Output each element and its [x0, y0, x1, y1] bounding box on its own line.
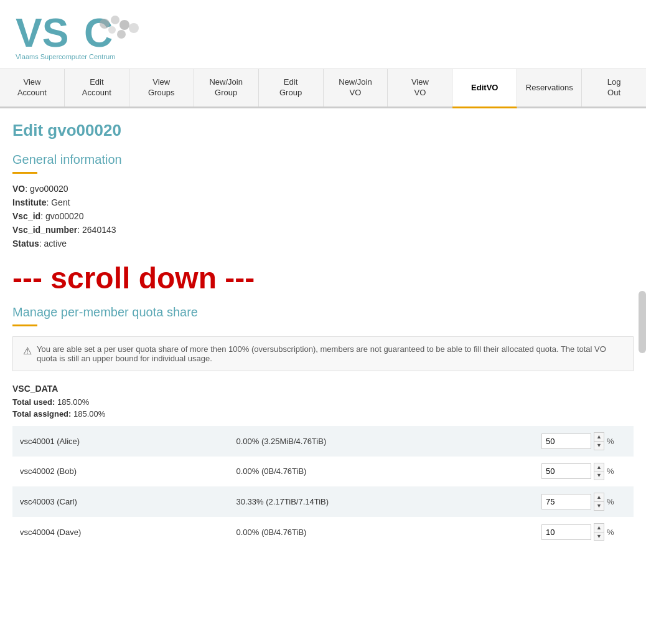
vsc-id-label: Vsc_id	[12, 211, 40, 221]
svg-point-2	[100, 19, 110, 29]
general-info-table: VO: gvo00020 Institute: Gent Vsc_id: gvo…	[12, 184, 634, 249]
percent-label: %	[607, 497, 614, 506]
total-used-label: Total used:	[12, 397, 55, 407]
quota-input-vsc40002[interactable]	[541, 463, 591, 479]
percent-label: %	[607, 466, 614, 476]
quota-row: vsc40003 (Carl) 30.33% (2.17TiB/7.14TiB)…	[12, 486, 634, 517]
svg-point-4	[119, 20, 129, 30]
percent-label: %	[607, 437, 614, 446]
nav-edit-group[interactable]: EditGroup	[259, 69, 324, 107]
quota-row: vsc40004 (Dave) 0.00% (0B/4.76TiB) ▲ ▼ %	[12, 517, 634, 547]
vo-value: gvo00020	[30, 184, 68, 194]
nav-log-out[interactable]: LogOut	[582, 69, 646, 107]
quota-row: vsc40001 (Alice) 0.00% (3.25MiB/4.76TiB)…	[12, 426, 634, 457]
total-assigned: Total assigned: 185.00%	[12, 409, 634, 419]
spinner-up[interactable]: ▲	[594, 493, 604, 502]
section-underline	[12, 172, 37, 174]
member-usage: 30.33% (2.17TiB/7.14TiB)	[228, 486, 534, 517]
status-value: active	[44, 239, 67, 249]
vsc-logo: VS C Vlaams Supercomputer Centrum	[12, 6, 149, 62]
total-used: Total used: 185.00%	[12, 397, 634, 407]
vsc-id-number-label: Vsc_id_number	[12, 225, 77, 235]
nav-edit-account[interactable]: EditAccount	[65, 69, 129, 107]
scroll-indicator: --- scroll down ---	[12, 261, 634, 295]
vsc-id-field: Vsc_id: gvo00020	[12, 211, 634, 221]
svg-text:C: C	[84, 11, 113, 55]
spinner-down[interactable]: ▼	[594, 502, 604, 510]
general-info-heading: General information	[12, 153, 634, 167]
vo-field: VO: gvo00020	[12, 184, 634, 194]
svg-text:Vlaams Supercomputer Centrum: Vlaams Supercomputer Centrum	[16, 53, 115, 60]
warning-icon: ⚠	[23, 345, 32, 357]
member-usage: 0.00% (0B/4.76TiB)	[228, 517, 534, 547]
page-content: Edit gvo00020 General information VO: gv…	[0, 108, 646, 559]
header: VS C Vlaams Supercomputer Centrum	[0, 0, 646, 69]
svg-point-5	[108, 26, 116, 34]
quota-input-cell: ▲ ▼ %	[534, 457, 634, 487]
quota-input-cell: ▲ ▼ %	[534, 486, 634, 517]
spinner-down[interactable]: ▼	[594, 471, 604, 480]
quota-input-vsc40004[interactable]	[541, 524, 591, 540]
spinner-down[interactable]: ▼	[594, 442, 604, 450]
percent-label: %	[607, 528, 614, 537]
quota-table: vsc40001 (Alice) 0.00% (3.25MiB/4.76TiB)…	[12, 426, 634, 547]
member-name: vsc40002 (Bob)	[12, 457, 228, 487]
nav-new-join-vo[interactable]: New/JoinVO	[324, 69, 388, 107]
nav-view-account[interactable]: ViewAccount	[0, 69, 65, 107]
alert-box: ⚠ You are able set a per user quota shar…	[12, 336, 634, 371]
nav-edit-vo[interactable]: EditVO	[452, 69, 517, 108]
member-name: vsc40004 (Dave)	[12, 517, 228, 547]
quota-spinner-vsc40001[interactable]: ▲ ▼	[594, 432, 604, 450]
logo-area: VS C Vlaams Supercomputer Centrum	[12, 6, 634, 62]
total-used-value: 185.00%	[57, 397, 89, 407]
spinner-up[interactable]: ▲	[594, 463, 604, 472]
member-name: vsc40003 (Carl)	[12, 486, 228, 517]
nav-reservations[interactable]: Reservations	[517, 69, 582, 107]
quota-input-cell: ▲ ▼ %	[534, 426, 634, 457]
quota-input-vsc40001[interactable]	[541, 433, 591, 449]
quota-spinner-vsc40003[interactable]: ▲ ▼	[594, 493, 604, 511]
status-field: Status: active	[12, 239, 634, 249]
institute-value: Gent	[51, 197, 70, 207]
status-label: Status	[12, 239, 39, 249]
member-usage: 0.00% (3.25MiB/4.76TiB)	[228, 426, 534, 457]
quota-title: Manage per-member quota share	[12, 305, 634, 320]
svg-point-6	[117, 30, 126, 39]
quota-spinner-vsc40004[interactable]: ▲ ▼	[594, 523, 604, 541]
total-assigned-label: Total assigned:	[12, 409, 71, 419]
total-assigned-value: 185.00%	[73, 409, 105, 419]
quota-row: vsc40002 (Bob) 0.00% (0B/4.76TiB) ▲ ▼ %	[12, 457, 634, 487]
quota-section: Manage per-member quota share ⚠ You are …	[12, 305, 634, 547]
svg-text:VS: VS	[16, 11, 68, 55]
quota-input-cell: ▲ ▼ %	[534, 517, 634, 547]
nav-view-groups[interactable]: ViewGroups	[129, 69, 194, 107]
vsc-id-value: gvo00020	[45, 211, 84, 221]
quota-section-underline	[12, 324, 37, 326]
quota-input-vsc40003[interactable]	[541, 494, 591, 509]
spinner-down[interactable]: ▼	[594, 533, 604, 541]
page-title: Edit gvo00020	[12, 121, 634, 140]
spinner-up[interactable]: ▲	[594, 524, 604, 533]
svg-point-3	[111, 16, 119, 24]
nav-new-join-group[interactable]: New/JoinGroup	[194, 69, 259, 107]
vo-label: VO	[12, 184, 25, 194]
vsc-id-number-field: Vsc_id_number: 2640143	[12, 225, 634, 235]
storage-label: VSC_DATA	[12, 384, 634, 394]
spinner-up[interactable]: ▲	[594, 433, 604, 442]
svg-point-7	[129, 23, 139, 33]
main-nav: ViewAccount EditAccount ViewGroups New/J…	[0, 69, 646, 108]
alert-text: You are able set a per user quota share …	[37, 344, 623, 363]
institute-field: Institute: Gent	[12, 197, 634, 207]
nav-view-vo[interactable]: ViewVO	[388, 69, 452, 107]
member-name: vsc40001 (Alice)	[12, 426, 228, 457]
vsc-id-number-value: 2640143	[82, 225, 116, 235]
institute-label: Institute	[12, 197, 46, 207]
quota-spinner-vsc40002[interactable]: ▲ ▼	[594, 463, 604, 481]
scrollbar[interactable]	[639, 291, 646, 353]
member-usage: 0.00% (0B/4.76TiB)	[228, 457, 534, 487]
